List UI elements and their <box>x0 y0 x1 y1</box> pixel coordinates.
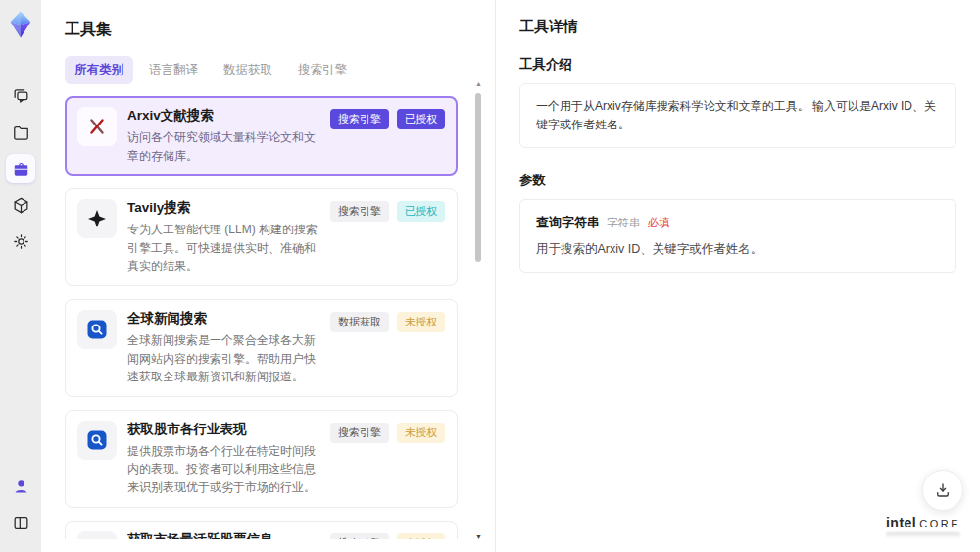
news-search-icon <box>77 531 117 539</box>
sidebar-nav <box>6 75 35 263</box>
tool-details-panel: 工具详情 工具介绍 一个用于从Arxiv存储库搜索科学论文和文章的工具。 输入可… <box>495 0 980 552</box>
scrollbar-track[interactable] <box>475 88 481 542</box>
tool-card-body: 获取市场最活跃股票信息提供当天交易量最高的股票列表，投资者可以利用这些信息来识别… <box>127 531 445 539</box>
tool-card[interactable]: Tavily搜索专为人工智能代理 (LLM) 构建的搜索引擎工具。可快速提供实时… <box>65 188 458 286</box>
details-title: 工具详情 <box>519 18 956 36</box>
param-required-badge: 必填 <box>648 214 670 231</box>
scroll-up-arrow[interactable]: ▲ <box>475 80 482 87</box>
sidebar-item-chat[interactable] <box>6 81 35 111</box>
briefcase-icon <box>12 160 30 178</box>
tavily-star-icon <box>77 199 117 238</box>
sidebar-item-models[interactable] <box>6 190 35 220</box>
tool-card-body: Arxiv文献搜索访问各个研究领域大量科学论文和文章的存储库。搜索引擎已授权 <box>127 107 445 165</box>
tool-tags: 搜索引擎未授权 <box>330 421 445 443</box>
intel-wordmark: intel <box>886 515 916 530</box>
param-head: 查询字符串字符串必填 <box>536 213 940 233</box>
sidebar-item-tools[interactable] <box>6 154 35 183</box>
intel-core-logo: intelCORE <box>886 515 960 538</box>
tool-auth-badge: 未授权 <box>397 533 445 539</box>
news-search-icon <box>77 421 117 460</box>
tool-card[interactable]: 全球新闻搜索全球新闻搜索是一个聚合全球各大新闻网站内容的搜索引擎。帮助用户快速获… <box>65 299 458 397</box>
param-type: 字符串 <box>607 214 641 231</box>
panel-icon <box>12 514 30 532</box>
scroll-down-arrow[interactable]: ▼ <box>475 533 482 540</box>
param-description: 用于搜索的Arxiv ID、关键字或作者姓名。 <box>536 239 940 259</box>
page-title: 工具集 <box>65 20 471 40</box>
app-logo-icon <box>6 10 35 39</box>
package-icon <box>12 196 30 215</box>
tool-tags: 搜索引擎已授权 <box>330 199 445 222</box>
tool-card[interactable]: 获取市场最活跃股票信息提供当天交易量最高的股票列表，投资者可以利用这些信息来识别… <box>65 521 458 539</box>
tab-数据获取[interactable]: 数据获取 <box>214 56 282 84</box>
tool-category-tag: 搜索引擎 <box>330 533 389 539</box>
tool-name: 获取股市各行业表现 <box>127 421 320 438</box>
gear-icon <box>12 232 30 251</box>
tool-tags: 数据获取未授权 <box>330 310 445 332</box>
tool-card-body: Tavily搜索专为人工智能代理 (LLM) 构建的搜索引擎工具。可快速提供实时… <box>127 199 445 276</box>
tool-auth-badge: 未授权 <box>397 423 445 443</box>
sidebar-item-files[interactable] <box>6 118 35 147</box>
logo-reflection <box>886 532 960 538</box>
sidebar-bottom-nav <box>6 465 35 544</box>
tool-category-tag: 搜索引擎 <box>330 201 389 222</box>
params-box: 查询字符串字符串必填用于搜索的Arxiv ID、关键字或作者姓名。 <box>519 199 956 273</box>
tool-category-tag: 搜索引擎 <box>330 423 389 443</box>
sidebar-item-settings[interactable] <box>6 226 35 256</box>
tool-auth-badge: 已授权 <box>397 109 445 129</box>
tool-name: Arxiv文献搜索 <box>127 107 320 125</box>
user-icon <box>12 477 30 496</box>
tool-list: Arxiv文献搜索访问各个研究领域大量科学论文和文章的存储库。搜索引擎已授权Ta… <box>65 96 471 539</box>
download-button[interactable] <box>922 470 963 511</box>
tab-所有类别[interactable]: 所有类别 <box>65 56 133 84</box>
tool-auth-badge: 未授权 <box>397 312 445 332</box>
news-search-icon <box>77 310 117 349</box>
chat-icon <box>12 87 30 106</box>
param-item: 查询字符串字符串必填用于搜索的Arxiv ID、关键字或作者姓名。 <box>536 213 940 259</box>
tool-card[interactable]: 获取股市各行业表现提供股票市场各个行业在特定时间段内的表现。投资者可以利用这些信… <box>65 410 458 508</box>
tool-category-tag: 搜索引擎 <box>330 109 389 129</box>
tab-搜索引擎[interactable]: 搜索引擎 <box>288 56 357 84</box>
tool-tags: 搜索引擎未授权 <box>330 531 445 539</box>
intro-section-label: 工具介绍 <box>519 56 956 74</box>
tool-card-body: 全球新闻搜索全球新闻搜索是一个聚合全球各大新闻网站内容的搜索引擎。帮助用户快速获… <box>127 310 445 386</box>
param-name: 查询字符串 <box>536 213 600 233</box>
app-sidebar <box>0 0 41 552</box>
tab-语言翻译[interactable]: 语言翻译 <box>139 56 208 84</box>
tool-description: 提供股票市场各个行业在特定时间段内的表现。投资者可以利用这些信息来识别表现优于或… <box>127 442 320 497</box>
tool-description: 全球新闻搜索是一个聚合全球各大新闻网站内容的搜索引擎。帮助用户快速获取全球最新资… <box>127 331 320 386</box>
category-tabs: 所有类别语言翻译数据获取搜索引擎 <box>65 56 471 84</box>
tool-card[interactable]: Arxiv文献搜索访问各个研究领域大量科学论文和文章的存储库。搜索引擎已授权 <box>65 96 458 176</box>
sidebar-item-panel-toggle[interactable] <box>6 508 35 537</box>
tool-description: 专为人工智能代理 (LLM) 构建的搜索引擎工具。可快速提供实时、准确和真实的结… <box>127 221 320 276</box>
core-wordmark: CORE <box>919 518 960 529</box>
intro-text: 一个用于从Arxiv存储库搜索科学论文和文章的工具。 输入可以是Arxiv ID… <box>536 99 936 131</box>
tool-card-body: 获取股市各行业表现提供股票市场各个行业在特定时间段内的表现。投资者可以利用这些信… <box>127 421 445 497</box>
sidebar-item-profile[interactable] <box>6 472 35 501</box>
arxiv-icon <box>77 107 117 146</box>
params-section-label: 参数 <box>519 172 956 189</box>
intro-box: 一个用于从Arxiv存储库搜索科学论文和文章的工具。 输入可以是Arxiv ID… <box>519 83 956 148</box>
tool-category-tag: 数据获取 <box>330 312 389 332</box>
folder-icon <box>12 124 30 142</box>
tool-description: 访问各个研究领域大量科学论文和文章的存储库。 <box>127 128 320 165</box>
tool-name: 获取市场最活跃股票信息 <box>127 531 320 539</box>
tool-auth-badge: 已授权 <box>397 201 445 222</box>
tool-name: Tavily搜索 <box>127 199 320 217</box>
tool-list-panel: 工具集 所有类别语言翻译数据获取搜索引擎 Arxiv文献搜索访问各个研究领域大量… <box>41 0 495 552</box>
tool-tags: 搜索引擎已授权 <box>330 107 445 129</box>
tool-name: 全球新闻搜索 <box>127 310 320 327</box>
scrollbar-thumb[interactable] <box>475 93 481 262</box>
